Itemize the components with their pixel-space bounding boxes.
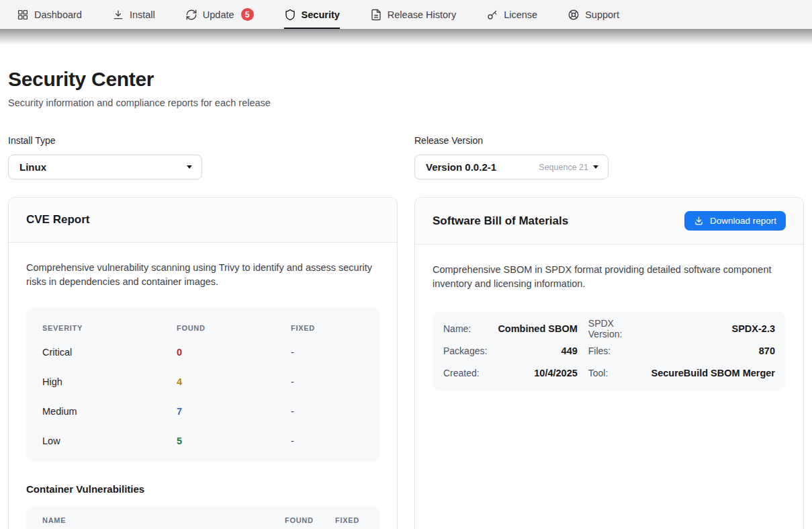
severity-row-low: Low 5 - — [42, 426, 363, 456]
col-fixed: FIXED — [291, 324, 363, 332]
install-type-value: Linux — [19, 161, 46, 173]
severity-name: Low — [42, 436, 177, 446]
life-buoy-icon — [568, 9, 580, 21]
severity-row-critical: Critical 0 - — [42, 337, 363, 367]
nav-label: Security — [302, 9, 340, 20]
sbom-info-grid: Name: Combined SBOM SPDX Version: SPDX-2… — [433, 312, 786, 391]
sbom-field-value: 449 — [498, 340, 577, 362]
sbom-card: Software Bill of Materials Download repo… — [414, 197, 804, 529]
sbom-description: Comprehensive SBOM in SPDX format provid… — [433, 263, 783, 292]
main-content: Security Center Security information and… — [0, 68, 812, 529]
fixed-count: - — [291, 347, 363, 358]
col-found: FOUND — [177, 324, 291, 332]
top-nav: Dashboard Install Update 5 Security Rele… — [0, 0, 812, 29]
chevron-down-icon — [593, 165, 598, 169]
nav-tab-update[interactable]: Update 5 — [185, 0, 254, 29]
container-vulnerabilities-title: Container Vulnerabilities — [26, 483, 379, 495]
nav-label: Release History — [388, 9, 456, 20]
download-report-button[interactable]: Download report — [684, 211, 786, 231]
sbom-field-value: 870 — [651, 340, 775, 362]
sequence-label: Sequence 21 — [539, 163, 588, 172]
update-count-badge: 5 — [241, 8, 254, 21]
download-report-label: Download report — [710, 216, 776, 226]
cve-description: Comprehensive vulnerability scanning usi… — [26, 261, 377, 290]
found-count: 7 — [177, 406, 291, 417]
release-version-label: Release Version — [414, 135, 804, 146]
chevron-down-icon — [187, 165, 192, 169]
nav-label: Install — [130, 9, 155, 20]
cve-card-body: Comprehensive vulnerability scanning usi… — [9, 243, 397, 529]
release-version-select[interactable]: Version 0.0.2-1 Sequence 21 — [414, 155, 608, 179]
shield-icon — [284, 9, 296, 21]
cve-report-card: CVE Report Comprehensive vulnerability s… — [8, 197, 398, 529]
page-title: Security Center — [8, 68, 804, 91]
severity-name: Critical — [42, 347, 177, 358]
sbom-field-label: SPDX Version: — [588, 318, 641, 340]
page-subtitle: Security information and compliance repo… — [8, 97, 804, 108]
release-version-filter: Release Version Version 0.0.2-1 Sequence… — [414, 135, 804, 179]
nav-tab-release-history[interactable]: Release History — [370, 0, 456, 29]
release-version-meta: Sequence 21 — [539, 163, 598, 172]
fixed-count: - — [291, 376, 363, 387]
nav-label: License — [504, 9, 537, 20]
nav-tab-security[interactable]: Security — [284, 0, 340, 29]
found-count: 0 — [177, 347, 291, 358]
col-severity: SEVERITY — [42, 324, 177, 332]
severity-row-high: High 4 - — [42, 367, 363, 397]
col-found: FOUND — [285, 516, 335, 524]
sbom-field-value: Combined SBOM — [498, 318, 577, 340]
nav-label: Support — [585, 9, 619, 20]
found-count: 5 — [177, 436, 291, 446]
report-cards: CVE Report Comprehensive vulnerability s… — [8, 197, 804, 529]
document-icon — [370, 9, 382, 21]
fixed-count: - — [291, 406, 363, 417]
cve-card-title: CVE Report — [26, 213, 89, 227]
refresh-icon — [185, 9, 197, 21]
install-type-filter: Install Type Linux — [8, 135, 398, 179]
severity-row-medium: Medium 7 - — [42, 397, 363, 426]
sbom-field-label: Created: — [443, 362, 487, 384]
found-count: 4 — [177, 376, 291, 387]
fixed-count: - — [291, 436, 363, 446]
nav-tab-install[interactable]: Install — [112, 0, 155, 29]
severity-table-header: SEVERITY FOUND FIXED — [42, 319, 363, 337]
severity-name: High — [42, 376, 177, 387]
filters-row: Install Type Linux Release Version Versi… — [8, 135, 804, 179]
nav-tab-license[interactable]: License — [486, 0, 537, 29]
nav-shadow-divider — [0, 29, 812, 45]
download-icon — [112, 9, 124, 21]
install-type-label: Install Type — [8, 135, 398, 146]
sbom-card-header: Software Bill of Materials Download repo… — [415, 198, 803, 245]
sbom-card-body: Comprehensive SBOM in SPDX format provid… — [415, 245, 803, 409]
container-vulnerabilities-table-header: NAME FOUND FIXED — [26, 506, 379, 529]
sbom-field-value: SecureBuild SBOM Merger — [651, 362, 775, 384]
nav-tab-dashboard[interactable]: Dashboard — [17, 0, 82, 29]
dashboard-icon — [17, 9, 29, 21]
sbom-field-label: Name: — [443, 318, 487, 340]
col-fixed: FIXED — [335, 516, 367, 524]
severity-name: Medium — [42, 406, 177, 417]
sbom-field-label: Files: — [588, 340, 641, 362]
install-type-select[interactable]: Linux — [8, 155, 202, 179]
release-version-value: Version 0.0.2-1 — [426, 161, 496, 173]
severity-table: SEVERITY FOUND FIXED Critical 0 - High 4… — [26, 307, 379, 462]
nav-tab-support[interactable]: Support — [568, 0, 619, 29]
sbom-field-value: 10/4/2025 — [498, 362, 577, 384]
sbom-field-label: Packages: — [443, 340, 487, 362]
download-icon — [694, 216, 704, 226]
sbom-card-title: Software Bill of Materials — [433, 214, 568, 228]
nav-label: Dashboard — [34, 9, 82, 20]
sbom-field-label: Tool: — [588, 362, 641, 384]
cve-card-header: CVE Report — [9, 198, 397, 243]
sbom-field-value: SPDX-2.3 — [651, 318, 775, 340]
key-icon — [486, 9, 498, 21]
col-name: NAME — [42, 516, 285, 524]
nav-label: Update — [203, 9, 234, 20]
